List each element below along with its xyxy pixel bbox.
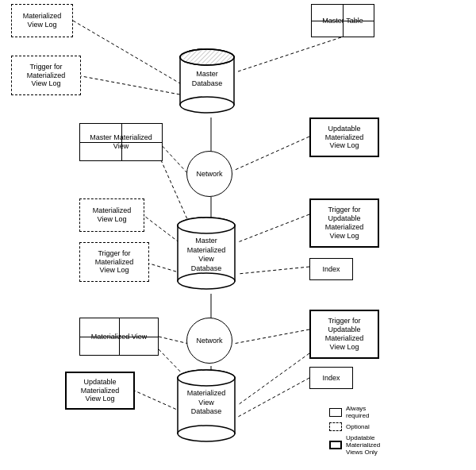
svg-point-28 <box>178 218 235 233</box>
mat-view-log-top: Materialized View Log <box>11 4 73 37</box>
master-materialized-view: Master MaterializedView <box>79 123 163 161</box>
updatable-mat-view-log-bot: UpdatableMaterializedView Log <box>65 372 135 410</box>
master-database: MasterDatabase <box>178 46 236 116</box>
svg-line-0 <box>73 21 184 86</box>
trigger-updatable-bot: Trigger forUpdatableMaterializedView Log <box>309 310 379 359</box>
master-mat-view-database: MasterMaterializedViewDatabase <box>176 214 236 294</box>
mat-view-database: MaterializedViewDatabase <box>176 367 236 446</box>
network1: Network <box>186 151 232 197</box>
svg-line-2 <box>238 37 341 71</box>
legend-thick-box <box>329 441 342 449</box>
svg-line-13 <box>159 337 189 344</box>
materialized-view: Materialized View <box>79 318 159 356</box>
svg-line-9 <box>238 214 309 242</box>
master-table: Master Table <box>311 4 374 37</box>
svg-point-24 <box>180 49 234 65</box>
svg-line-4 <box>159 142 189 175</box>
index-mid: Index <box>309 258 353 280</box>
legend-thick-label: UpdatableMaterializedViews Only <box>346 434 380 456</box>
svg-point-27 <box>178 273 235 289</box>
svg-line-14 <box>233 329 309 344</box>
legend-solid-box <box>329 408 342 417</box>
network2: Network <box>186 318 232 364</box>
svg-line-18 <box>238 378 309 417</box>
svg-point-22 <box>180 97 234 113</box>
svg-line-1 <box>73 75 184 95</box>
legend-dashed-box <box>329 422 342 431</box>
svg-line-10 <box>238 267 309 274</box>
legend-solid-label: Alwaysrequired <box>346 405 369 419</box>
svg-point-32 <box>178 370 235 386</box>
svg-line-5 <box>233 137 309 171</box>
svg-line-17 <box>238 353 309 405</box>
updatable-mat-view-log-mid: UpdatableMaterializedView Log <box>309 118 379 157</box>
index-bot: Index <box>309 367 353 389</box>
legend: Alwaysrequired Optional UpdatableMateria… <box>329 405 380 456</box>
legend-dashed-label: Optional <box>346 423 370 430</box>
mat-view-log-mid: MaterializedView Log <box>79 198 144 232</box>
trigger-mat-log-mid: Trigger forMaterializedView Log <box>79 242 149 282</box>
diagram: Materialized View Log Trigger forMateria… <box>0 0 476 470</box>
trigger-mat-log-top: Trigger forMaterializedView Log <box>11 56 81 95</box>
svg-point-31 <box>178 426 235 441</box>
trigger-updatable-mid: Trigger forUpdatableMaterializedView Log <box>309 198 379 248</box>
